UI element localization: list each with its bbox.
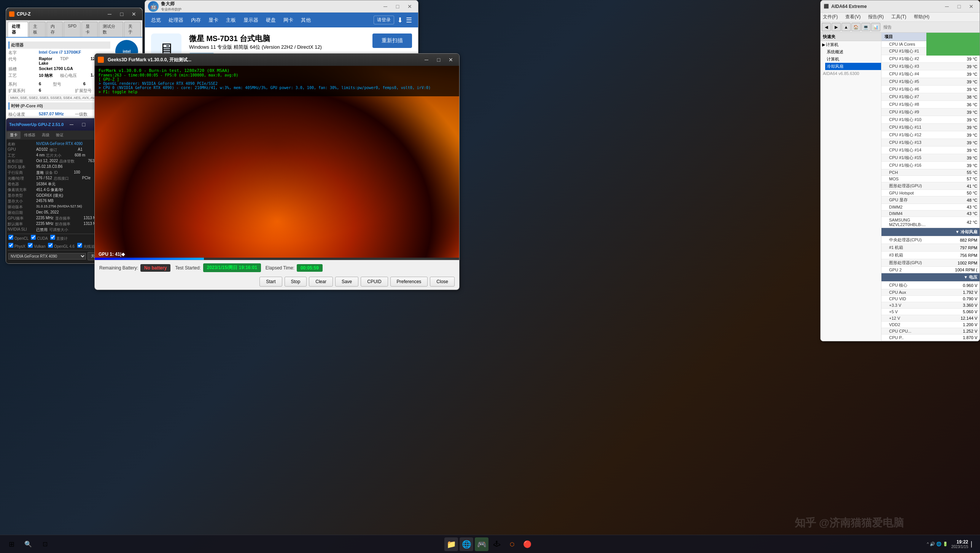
cpuz-model-value: 6 — [83, 81, 96, 87]
gpuz-gpu-select[interactable]: NVIDIA GeForce RTX 4090 — [8, 253, 86, 260]
luban-download-icon[interactable]: ⬇ — [397, 16, 403, 24]
aida64-chart-btn[interactable]: 📊 — [871, 23, 880, 31]
taskbar-app-cpu-z[interactable]: ⬡ — [505, 537, 519, 551]
aida64-computer-btn[interactable]: 💻 — [861, 23, 870, 31]
aida64-table-row: CPU #1/核心 #1439 °C — [881, 147, 980, 154]
cpuz-tab-spd[interactable]: SPD — [64, 22, 81, 37]
luban-nav-network[interactable]: 网卡 — [283, 17, 293, 24]
cpuz-tab-about[interactable]: 关于 — [124, 22, 141, 37]
luban-minimize-btn[interactable]: ─ — [380, 3, 391, 10]
luban-nav-display[interactable]: 显示器 — [243, 17, 258, 24]
aida64-maximize-btn[interactable]: □ — [954, 3, 964, 10]
gpuz-maximize-btn[interactable]: □ — [78, 121, 89, 128]
furmark-clear-btn[interactable]: Clear — [309, 277, 333, 287]
luban-login-btn[interactable]: 请登录 — [374, 16, 394, 24]
furmark-close-btn-ctrl[interactable]: Close — [430, 277, 455, 287]
aida64-tree-sysoverview[interactable]: 系统概述 — [825, 48, 881, 56]
aida64-forward-btn[interactable]: ▶ — [832, 23, 841, 31]
aida64-body: 快速夹 ▶ 计算机 系统概述 计算机 冷却风扇 AIDA64 v6.85.630… — [821, 33, 980, 341]
cpuz-tab-gpu[interactable]: 显卡 — [81, 22, 98, 37]
furmark-no-battery-badge: No battery — [140, 264, 170, 272]
gpuz-direct-check[interactable] — [50, 235, 55, 240]
luban-logo-icon: 🤖 — [148, 1, 159, 12]
luban-nav-motherboard[interactable]: 主板 — [226, 17, 236, 24]
gpuz-card-content: 名称 NVIDIA GeForce RTX 4090 GPU AD102 修订 … — [6, 140, 104, 263]
taskbar-search-btn[interactable]: 🔍 — [21, 537, 35, 551]
gpuz-opencl-check[interactable] — [8, 235, 13, 240]
cpuz-tab-memory[interactable]: 内存 — [46, 22, 63, 37]
luban-nav: 总览 处理器 内存 显卡 主板 显示器 硬盘 网卡 其他 请登录 ⬇ ☰ — [145, 13, 418, 27]
luban-nav-gpu[interactable]: 显卡 — [208, 17, 218, 24]
aida64-data-panel: 项目 当前值 CPU IA Cores39 °CCPU #1/核心 #139 °… — [881, 33, 980, 341]
gpuz-vulkan-check[interactable] — [28, 243, 33, 248]
aida64-menu-file[interactable]: 文件(F) — [823, 14, 838, 20]
aida64-table-row: CPU #1/核心 #539 °C — [881, 78, 980, 86]
furmark-stop-btn[interactable]: Stop — [285, 277, 307, 287]
luban-close-btn[interactable]: ✕ — [404, 3, 415, 10]
taskbar-app-game2[interactable]: 🕹 — [490, 537, 504, 551]
furmark-minimize-btn[interactable]: ─ — [421, 56, 432, 63]
furmark-cpuid-btn[interactable]: CPUID — [361, 277, 388, 287]
taskbar-taskview-btn[interactable]: ⊡ — [38, 537, 52, 551]
gpuz-tab-advanced[interactable]: 高级 — [39, 131, 52, 139]
aida64-back-btn[interactable]: ◀ — [822, 23, 831, 31]
furmark-elapsed-value: 00:05:59 — [297, 264, 323, 272]
gpuz-tab-sensors[interactable]: 传感器 — [21, 131, 38, 139]
aida64-toolbar: ◀ ▶ ▲ 🏠 💻 📊 报告 — [821, 22, 980, 33]
aida64-home-btn[interactable]: 🏠 — [851, 23, 861, 31]
gpuz-raytracing-check[interactable] — [77, 243, 82, 248]
aida64-table-row: CPU #1/核心 #738 °C — [881, 93, 980, 101]
furmark-content: FurMark v1.30.0.0 - Burn-in test, 1280x7… — [95, 66, 459, 260]
gpuz-tab-validate[interactable]: 验证 — [53, 131, 67, 139]
aida64-tree-computer[interactable]: ▶ 计算机 — [821, 41, 881, 48]
aida64-minimize-btn[interactable]: ─ — [942, 3, 952, 10]
furmark-start-btn[interactable]: Start — [259, 277, 282, 287]
furmark-save-btn[interactable]: Save — [335, 277, 358, 287]
luban-nav-other[interactable]: 其他 — [301, 17, 311, 24]
aida64-table-row: CPU #1/核心 #1039 °C — [881, 116, 980, 124]
luban-maximize-btn[interactable]: □ — [392, 3, 403, 10]
luban-nav-overview[interactable]: 总览 — [151, 17, 161, 24]
aida64-up-btn[interactable]: ▲ — [842, 23, 851, 31]
gpuz-sli-value: 已禁用 — [36, 227, 48, 233]
gpuz-physx-check[interactable] — [8, 243, 13, 248]
aida64-nav-item[interactable]: 快速夹 — [821, 33, 881, 41]
aida64-tree-computer2[interactable]: 计算机 — [825, 56, 881, 63]
cpuz-tab-motherboard[interactable]: 主板 — [29, 22, 46, 37]
taskbar-show-desktop-btn[interactable]: ▏ — [971, 541, 975, 547]
taskbar-app-game1[interactable]: 🎮 — [475, 537, 488, 551]
furmark-close-btn[interactable]: ✕ — [445, 56, 456, 63]
furmark-maximize-btn[interactable]: □ — [433, 56, 444, 63]
taskbar-app-game3[interactable]: 🔴 — [520, 537, 534, 551]
aida64-menu-tools[interactable]: 工具(T) — [891, 14, 906, 20]
cpuz-tab-bench[interactable]: 测试分数 — [99, 22, 123, 37]
cpuz-maximize-btn[interactable]: □ — [116, 11, 127, 18]
gpuz-minimize-btn[interactable]: ─ — [66, 121, 77, 128]
furmark-preferences-btn[interactable]: Preferences — [390, 277, 428, 287]
aida64-menu-view[interactable]: 查看(V) — [845, 14, 861, 20]
taskbar-windows-btn[interactable]: ⊞ — [5, 537, 18, 551]
aida64-tree-cooling[interactable]: 冷却风扇 — [825, 63, 881, 70]
luban-nav-cpu[interactable]: 处理器 — [169, 17, 183, 24]
gpuz-cuda-check[interactable] — [31, 235, 36, 240]
gpuz-driver-date-row: 驱动日期 Dec 05, 2022 — [8, 210, 103, 215]
aida64-close-btn[interactable]: ✕ — [966, 3, 977, 10]
cpuz-ext-family-value: 6 — [39, 88, 73, 94]
aida64-menu-report[interactable]: 报告(R) — [868, 14, 884, 20]
luban-nav-memory[interactable]: 内存 — [191, 17, 201, 24]
taskbar-app-browser[interactable]: 🌐 — [460, 537, 473, 551]
cpuz-tab-processor[interactable]: 处理器 — [8, 22, 28, 37]
luban-menu-icon[interactable]: ☰ — [406, 16, 412, 24]
luban-pc-name: 微星 MS-7D31 台式电脑 — [189, 33, 322, 44]
gpuz-opengl-check[interactable] — [48, 243, 53, 248]
aida64-menu-help[interactable]: 帮助(H) — [914, 14, 929, 20]
cpuz-close-btn[interactable]: ✕ — [129, 11, 139, 18]
cpuz-minimize-btn[interactable]: ─ — [104, 11, 115, 18]
luban-title-text: 鲁大师 专业件件防护 — [161, 1, 181, 12]
aida64-titlebar: ⬛ AIDA64 Extreme ─ □ ✕ — [821, 0, 980, 13]
taskbar-app-files[interactable]: 📁 — [444, 537, 458, 551]
luban-nav-right: 请登录 ⬇ ☰ — [374, 16, 412, 24]
gpuz-tab-card[interactable]: 显卡 — [7, 131, 21, 139]
luban-nav-storage[interactable]: 硬盘 — [266, 17, 276, 24]
luban-scan-btn[interactable]: 重新扫描 — [372, 33, 412, 48]
